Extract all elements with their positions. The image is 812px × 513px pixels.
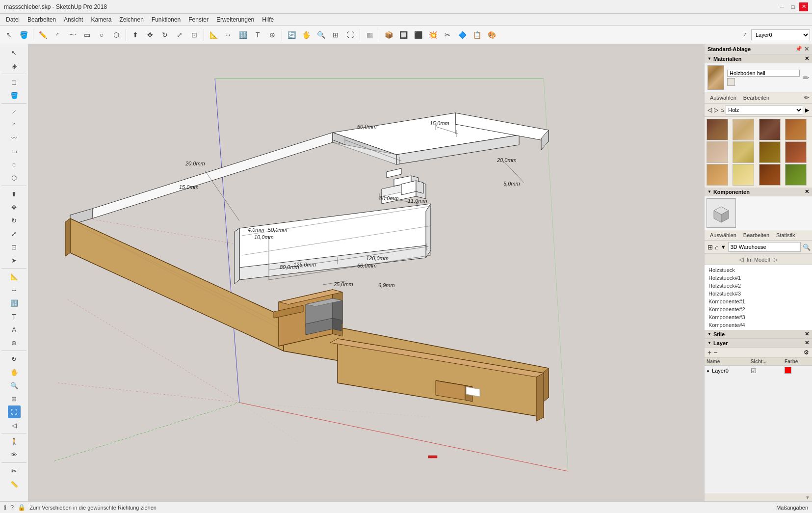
intersection-button[interactable]: ✂ [441, 28, 454, 42]
comp-item-komponente3[interactable]: Komponente#3 [705, 313, 812, 321]
menu-bearbeiten[interactable]: Bearbeiten [24, 15, 60, 24]
zoom-window-button[interactable]: ⊞ [329, 28, 342, 42]
menu-zeichnen[interactable]: Zeichnen [115, 15, 147, 24]
material-color-picker[interactable] [727, 78, 735, 86]
viewport[interactable]: 60,0mm 15,0mm 20,0mm 15,0mm 20,0mm 5,0mm… [28, 44, 704, 501]
layer-add-button[interactable]: + [707, 349, 711, 356]
paint-bucket-tool[interactable]: 🪣 [8, 89, 21, 102]
section-plane-button[interactable]: ▦ [363, 28, 376, 42]
comp-statistik-tab[interactable]: Statistik [774, 231, 798, 239]
mat-swatch-4[interactable] [707, 141, 728, 163]
scale-button[interactable]: ⤢ [173, 28, 186, 42]
text-tool[interactable]: T [8, 310, 21, 323]
mat-swatch-2[interactable] [759, 119, 781, 140]
polygon-tool[interactable]: ⬡ [8, 171, 21, 184]
tape-measure-button[interactable]: 📐 [207, 28, 220, 42]
comp-item-komponente2[interactable]: Komponente#2 [705, 305, 812, 313]
protractor-button[interactable]: 🔢 [236, 28, 250, 42]
components-close-icon[interactable]: ✕ [805, 189, 809, 195]
comp-back-icon[interactable]: ⊞ [707, 243, 713, 251]
zoom-extents-tool[interactable]: ⛶ [8, 405, 21, 418]
pan-tool[interactable]: 🖐 [8, 366, 21, 378]
rotate-button[interactable]: ↻ [158, 28, 172, 42]
offset-button[interactable]: ⊡ [187, 28, 201, 42]
layer-header[interactable]: ▼ Layer ✕ [705, 339, 812, 348]
text-button[interactable]: T [251, 28, 264, 42]
components-button[interactable]: 📦 [382, 28, 395, 42]
mat-swatch-9[interactable] [733, 164, 754, 186]
push-pull-tool[interactable]: ⬆ [8, 188, 21, 200]
stile-header[interactable]: ▼ Stile ✕ [705, 330, 812, 339]
arc-tool-button[interactable]: ◜ [51, 28, 64, 42]
rotate-tool[interactable]: ↻ [8, 214, 21, 227]
dimension-button[interactable]: ↔ [221, 28, 235, 42]
mat-swatch-1[interactable] [733, 119, 754, 140]
paint-tool-button[interactable]: 🪣 [17, 28, 30, 42]
zoom-tool[interactable]: 🔍 [8, 379, 21, 392]
line-tool[interactable]: ⟋ [8, 105, 21, 118]
line-tool-button[interactable]: ✏️ [36, 28, 50, 42]
tape-measure-tool[interactable]: 📐 [8, 270, 21, 283]
axes-button[interactable]: ⊕ [265, 28, 279, 42]
comp-auswählen-tab[interactable]: Auswählen [707, 231, 739, 239]
comp-dropdown-icon[interactable]: ▼ [721, 244, 726, 250]
mat-back-icon[interactable]: ◁ [707, 107, 712, 113]
mat-arrow-icon[interactable]: ▶ [805, 107, 809, 113]
panel-scrollbar[interactable]: ▼ [805, 495, 810, 500]
close-button[interactable]: ✕ [799, 2, 808, 11]
style-button[interactable]: 🎨 [485, 28, 498, 42]
push-pull-button[interactable]: ⬆ [129, 28, 142, 42]
arc-tool[interactable]: ◜ [8, 118, 21, 131]
materials-close-icon[interactable]: ✕ [805, 55, 809, 62]
materials-bearbeiten-tab[interactable]: Bearbeiten [741, 94, 772, 102]
minimize-button[interactable]: ─ [778, 2, 786, 11]
select-tool-button[interactable]: ↖ [2, 28, 16, 42]
freehand-tool[interactable]: 〰 [8, 132, 21, 144]
mat-swatch-3[interactable] [785, 119, 807, 140]
layer-color-cell[interactable] [783, 366, 812, 376]
polygon-tool-button[interactable]: ⬡ [109, 28, 123, 42]
menu-erweiterungen[interactable]: Erweiterungen [212, 15, 258, 24]
comp-item-holzstueck[interactable]: Holzstueck [705, 266, 812, 274]
select-tool[interactable]: ↖ [8, 46, 21, 59]
pan-button[interactable]: 🖐 [299, 28, 313, 42]
measure-tool[interactable]: 📏 [8, 478, 21, 490]
layer-settings-icon[interactable]: ⚙ [804, 349, 809, 356]
explode-button[interactable]: 💥 [426, 28, 440, 42]
menu-fenster[interactable]: Fenster [184, 15, 212, 24]
move-button[interactable]: ✥ [143, 28, 157, 42]
materials-auswählen-tab[interactable]: Auswählen [707, 94, 739, 102]
comp-home-icon[interactable]: ⌂ [715, 243, 719, 251]
comp-item-komponente4[interactable]: Komponente#4 [705, 321, 812, 329]
section-plane-tool[interactable]: ✂ [8, 464, 21, 477]
im-modell-right-arrow[interactable]: ▷ [773, 256, 778, 263]
mat-swatch-6[interactable] [759, 141, 781, 163]
mat-swatch-10[interactable] [759, 164, 781, 186]
comp-search-icon[interactable]: 🔍 [803, 243, 811, 251]
orbit-tool[interactable]: ↻ [8, 352, 21, 365]
zoom-window-tool[interactable]: ⊞ [8, 392, 21, 405]
comp-item-komponente1[interactable]: Komponente#1 [705, 297, 812, 305]
prev-view-tool[interactable]: ◁ [8, 419, 21, 432]
mat-home-icon[interactable]: ⌂ [720, 107, 724, 113]
zoom-extents-button[interactable]: ⛶ [343, 28, 357, 42]
material-sample-icon[interactable]: ✏ [803, 73, 809, 82]
scale-tool[interactable]: ⤢ [8, 227, 21, 240]
3d-text-tool[interactable]: A [8, 323, 21, 336]
look-around-tool[interactable]: 👁 [8, 448, 21, 461]
mat-swatch-8[interactable] [707, 164, 728, 186]
im-modell-left-arrow[interactable]: ◁ [739, 256, 744, 263]
mat-forward-icon[interactable]: ▷ [714, 107, 718, 113]
materials-header[interactable]: ▼ Materialien ✕ [705, 54, 812, 63]
material-category-select[interactable]: Holz Stein Metall [726, 105, 803, 115]
eraser-tool[interactable]: ◻ [8, 76, 21, 88]
sandbox-button[interactable]: 📋 [470, 28, 484, 42]
component-search-input[interactable] [728, 242, 801, 252]
component-select[interactable]: ◈ [8, 59, 21, 72]
zoom-button[interactable]: 🔍 [314, 28, 328, 42]
menu-kamera[interactable]: Kamera [87, 15, 115, 24]
layer-visible-cell[interactable]: ☑ [749, 366, 783, 376]
material-name-input[interactable] [727, 70, 800, 77]
comp-item-holzstueck3[interactable]: Holzstueck#3 [705, 290, 812, 297]
axes-tool[interactable]: ⊕ [8, 336, 21, 349]
